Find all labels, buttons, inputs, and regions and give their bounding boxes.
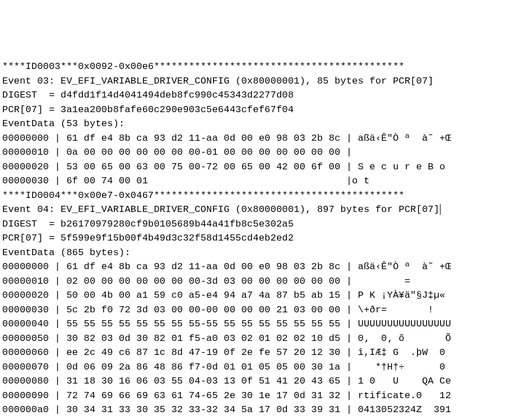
- hex-line: 00000090 | 72 74 69 66 69 63 61 74-65 2e…: [2, 389, 503, 403]
- hex-line: 00000050 | 30 82 03 0d 30 82 01 f5-a0 03…: [2, 331, 503, 346]
- hex-line: 00000000 | 61 df e4 8b ca 93 d2 11-aa 0d…: [2, 260, 503, 274]
- hex-line: 000000b0 | 32 33 31 32 33 35 39 35-39 5a…: [2, 417, 503, 421]
- hex-line: 00000060 | ee 2c 49 c6 87 1c 8d 47-19 0f…: [2, 345, 503, 360]
- hex-line: 00000040 | 55 55 55 55 55 55 55 55-55 55…: [2, 317, 503, 331]
- hex-line: DIGEST = b26170979280cf9b0105689b44a41fb…: [2, 217, 503, 232]
- hex-line: 000000a0 | 30 34 31 33 30 35 32 33-32 34…: [2, 403, 503, 417]
- hex-line: 00000000 | 61 df e4 8b ca 93 d2 11-aa 0d…: [2, 131, 503, 146]
- hex-line: DIGEST = d4fdd1f14d4041494deb8fc990c4534…: [2, 88, 503, 103]
- hex-line: EventData (865 bytes):: [2, 246, 503, 260]
- hex-line: 00000080 | 31 18 30 16 06 03 55 04-03 13…: [2, 374, 503, 389]
- hex-line: 00000010 | 0a 00 00 00 00 00 00 00-01 00…: [2, 145, 503, 160]
- hex-line: PCR[07] = 5f599e9f15b00f4b49d3c32f58d145…: [2, 231, 503, 246]
- hex-dump-output: ****ID0003***0x0092-0x00e6**************…: [2, 59, 503, 420]
- hex-line: EventData (53 bytes):: [2, 117, 503, 131]
- hex-line: 00000030 | 6f 00 74 00 01 |o t: [2, 174, 503, 188]
- hex-line: 00000020 | 50 00 4b 00 a1 59 c0 a5-e4 94…: [2, 288, 503, 303]
- hex-line: 00000020 | 53 00 65 00 63 00 75 00-72 00…: [2, 160, 503, 174]
- hex-line: 00000070 | 0d 06 09 2a 86 48 86 f7-0d 01…: [2, 360, 503, 375]
- hex-line: 00000010 | 02 00 00 00 00 00 00 00-3d 03…: [2, 274, 503, 289]
- hex-line: 00000030 | 5c 2b f0 72 3d 03 00 00-00 00…: [2, 303, 503, 317]
- hex-line: ****ID0003***0x0092-0x00e6**************…: [2, 59, 503, 74]
- hex-line: PCR[07] = 3a1ea200b8fafe60c290e903c5e644…: [2, 103, 503, 117]
- hex-line: ****ID0004***0x00e7-0x0467**************…: [2, 188, 503, 203]
- hex-line-cursor: Event 04: EV_EFI_VARIABLE_DRIVER_CONFIG …: [2, 202, 503, 217]
- hex-line: Event 03: EV_EFI_VARIABLE_DRIVER_CONFIG …: [2, 74, 503, 89]
